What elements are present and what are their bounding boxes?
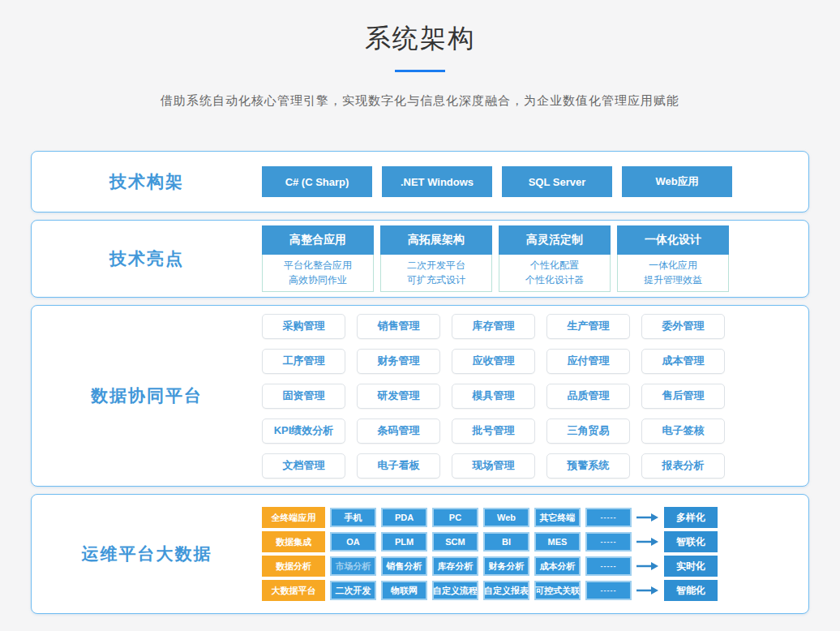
module-button[interactable]: KPI绩效分析 — [262, 419, 345, 444]
bd-item-ellipsis[interactable]: ----- — [585, 532, 632, 552]
card-title: 高灵活定制 — [499, 225, 611, 255]
module-button[interactable]: 电子签核 — [641, 419, 725, 444]
module-button[interactable]: 应付管理 — [546, 349, 630, 374]
module-button[interactable]: 固资管理 — [262, 384, 345, 409]
arrow-right-icon — [636, 561, 659, 571]
row-tag[interactable]: 数据分析 — [262, 556, 325, 577]
card-title: 高拓展架构 — [380, 225, 492, 255]
bd-item[interactable]: 市场分析 — [330, 556, 376, 576]
tech-stack-buttons: C# (C Sharp) .NET Windows SQL Server Web… — [262, 166, 808, 197]
bd-item-ellipsis[interactable]: ----- — [585, 556, 632, 576]
page-title: 系统架构 — [0, 21, 840, 57]
bd-item[interactable]: MES — [534, 532, 581, 552]
bigdata-rows: 全终端应用 手机 PDA PC Web 其它终端 ----- 多样化 数据集成 … — [262, 507, 718, 601]
card-line: 个性化设计器 — [499, 273, 610, 287]
module-grid: 采购管理 销售管理 库存管理 生产管理 委外管理 工序管理 财务管理 应收管理 … — [262, 314, 725, 479]
card-line: 一体化应用 — [618, 258, 728, 273]
bd-item[interactable]: 物联网 — [381, 581, 427, 600]
bd-item[interactable]: 销售分析 — [381, 556, 427, 576]
module-grid-wrap: 采购管理 销售管理 库存管理 生产管理 委外管理 工序管理 财务管理 应收管理 … — [262, 314, 808, 479]
module-button[interactable]: 成本管理 — [641, 349, 725, 374]
module-button[interactable]: 预警系统 — [546, 453, 630, 479]
module-button[interactable]: 品质管理 — [546, 384, 630, 409]
bd-item[interactable]: OA — [330, 532, 376, 552]
bigdata-row-integration: 数据集成 OA PLM SCM BI MES ----- 智联化 — [262, 531, 718, 552]
tech-button-dotnet[interactable]: .NET Windows — [382, 166, 492, 197]
module-button[interactable]: 采购管理 — [262, 314, 345, 339]
module-button[interactable]: 工序管理 — [262, 349, 345, 374]
row-result[interactable]: 智联化 — [664, 531, 718, 552]
module-button[interactable]: 应收管理 — [452, 349, 535, 374]
card-title: 一体化设计 — [617, 225, 729, 255]
bd-item[interactable]: 财务分析 — [483, 556, 529, 576]
bd-item[interactable]: Web — [483, 508, 529, 527]
bd-item[interactable]: PC — [432, 508, 478, 527]
row-tag[interactable]: 全终端应用 — [262, 507, 325, 528]
arrow-right-icon — [636, 586, 659, 595]
module-button[interactable]: 报表分析 — [641, 453, 725, 479]
tech-button-sqlserver[interactable]: SQL Server — [502, 166, 612, 197]
bd-item[interactable]: 自定义报表 — [483, 581, 529, 600]
card-line: 二次开发平台 — [381, 258, 491, 273]
highlight-cards: 高整合应用 平台化整合应用 高效协同作业 高拓展架构 二次开发平台 可扩充式设计… — [262, 225, 808, 292]
section-bigdata: 运维平台大数据 全终端应用 手机 PDA PC Web 其它终端 ----- 多… — [31, 494, 809, 614]
tech-stack-label: 技术构架 — [32, 170, 262, 193]
row-result[interactable]: 多样化 — [664, 507, 718, 528]
module-button[interactable]: 批号管理 — [452, 419, 535, 444]
module-button[interactable]: 三角贸易 — [546, 419, 630, 444]
card-line: 可扩充式设计 — [381, 273, 491, 287]
card-body: 一体化应用 提升管理效益 — [617, 255, 729, 292]
module-button[interactable]: 电子看板 — [357, 453, 440, 479]
bd-item[interactable]: 二次开发 — [330, 581, 376, 600]
bigdata-label: 运维平台大数据 — [32, 543, 262, 565]
bd-item[interactable]: 其它终端 — [534, 508, 581, 527]
card-line: 提升管理效益 — [618, 273, 728, 287]
module-button[interactable]: 委外管理 — [641, 314, 725, 339]
page-header: 系统架构 借助系统自动化核心管理引擎，实现数字化与信息化深度融合，为企业数值化管… — [0, 0, 840, 109]
module-button[interactable]: 现场管理 — [452, 453, 535, 479]
card-line: 个性化配置 — [499, 258, 610, 273]
tech-button-csharp[interactable]: C# (C Sharp) — [262, 166, 372, 197]
card-body: 个性化配置 个性化设计器 — [499, 255, 611, 292]
tech-button-web[interactable]: Web应用 — [622, 166, 732, 197]
bd-item[interactable]: 库存分析 — [432, 556, 478, 576]
row-tag[interactable]: 大数据平台 — [262, 580, 325, 601]
bd-item[interactable]: 手机 — [330, 508, 376, 527]
highlight-card-extensibility: 高拓展架构 二次开发平台 可扩充式设计 — [380, 225, 492, 292]
module-button[interactable]: 研发管理 — [357, 384, 440, 409]
module-button[interactable]: 销售管理 — [357, 314, 440, 339]
bd-item[interactable]: SCM — [432, 532, 478, 552]
bigdata-rows-wrap: 全终端应用 手机 PDA PC Web 其它终端 ----- 多样化 数据集成 … — [262, 507, 808, 601]
module-button[interactable]: 生产管理 — [546, 314, 630, 339]
row-tag[interactable]: 数据集成 — [262, 531, 325, 552]
arrow-right-icon — [636, 513, 659, 522]
bigdata-row-terminals: 全终端应用 手机 PDA PC Web 其它终端 ----- 多样化 — [262, 507, 718, 528]
title-underline — [395, 70, 445, 72]
bd-item[interactable]: BI — [483, 532, 529, 552]
module-button[interactable]: 库存管理 — [452, 314, 535, 339]
card-line: 高效协同作业 — [263, 273, 373, 287]
card-line: 平台化整合应用 — [263, 258, 373, 273]
row-result[interactable]: 实时化 — [664, 556, 718, 577]
card-title: 高整合应用 — [262, 225, 374, 255]
bd-item-ellipsis[interactable]: ----- — [585, 581, 632, 600]
bd-item[interactable]: 自定义流程 — [432, 581, 478, 600]
bd-item[interactable]: PLM — [381, 532, 427, 552]
bd-item[interactable]: PDA — [381, 508, 427, 527]
bd-item[interactable]: 成本分析 — [534, 556, 581, 576]
row-result[interactable]: 智能化 — [664, 580, 718, 601]
bd-item[interactable]: 可控式关联 — [534, 581, 581, 600]
section-data-platform: 数据协同平台 采购管理 销售管理 库存管理 生产管理 委外管理 工序管理 财务管… — [31, 305, 809, 487]
module-button[interactable]: 财务管理 — [357, 349, 440, 374]
highlight-card-integration: 高整合应用 平台化整合应用 高效协同作业 — [262, 225, 374, 292]
module-button[interactable]: 文档管理 — [262, 453, 345, 479]
module-button[interactable]: 模具管理 — [452, 384, 535, 409]
highlight-card-customization: 高灵活定制 个性化配置 个性化设计器 — [499, 225, 611, 292]
highlights-label: 技术亮点 — [32, 247, 262, 270]
bigdata-row-platform: 大数据平台 二次开发 物联网 自定义流程 自定义报表 可控式关联 ----- 智… — [262, 580, 718, 601]
highlight-card-allinone: 一体化设计 一体化应用 提升管理效益 — [617, 225, 729, 292]
bd-item-ellipsis[interactable]: ----- — [585, 508, 632, 527]
module-button[interactable]: 售后管理 — [641, 384, 725, 409]
module-button[interactable]: 条码管理 — [357, 419, 440, 444]
bigdata-row-analytics: 数据分析 市场分析 销售分析 库存分析 财务分析 成本分析 ----- 实时化 — [262, 556, 718, 577]
